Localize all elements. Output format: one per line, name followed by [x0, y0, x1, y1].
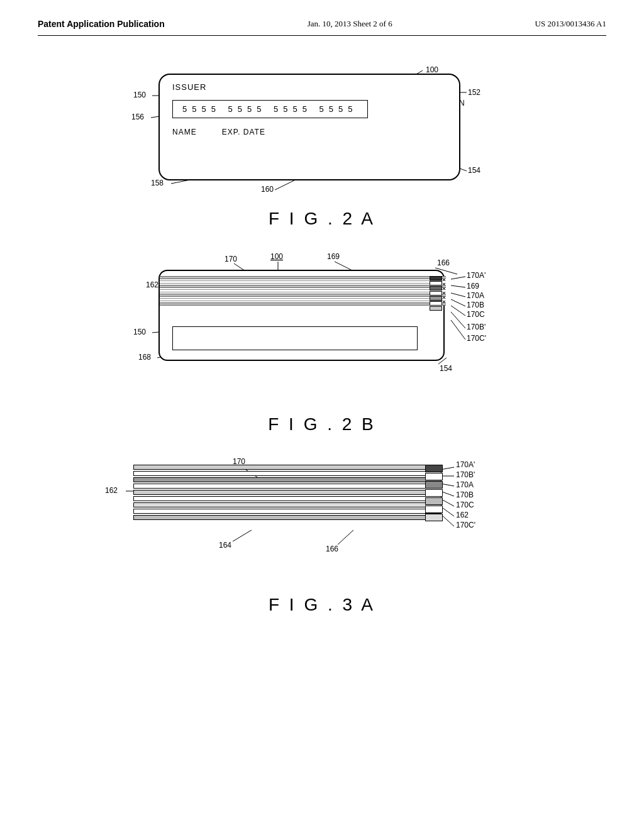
- layer-3a-2: [133, 471, 441, 476]
- fig3a-layers-right: [425, 465, 443, 521]
- svg-line-37: [451, 312, 465, 328]
- fig3a-container: 162 170 170A' 170B' 170A: [50, 453, 594, 592]
- svg-text:100: 100: [426, 65, 438, 74]
- svg-text:170B': 170B': [467, 323, 486, 331]
- fig2b-container: 162 170 100 169 166: [50, 248, 594, 411]
- svg-text:170A: 170A: [467, 291, 484, 300]
- figure-2a-section: 100 150 152 154 156: [50, 61, 594, 229]
- layer-3a-8: [133, 509, 441, 514]
- fig3a-lr-5: [425, 497, 443, 505]
- layer-seg-7: [430, 306, 442, 311]
- svg-text:170: 170: [225, 255, 237, 263]
- card-bottom-row: NAME EXP. DATE: [172, 128, 447, 136]
- svg-text:160: 160: [261, 185, 274, 194]
- svg-line-66: [338, 530, 353, 545]
- svg-text:168: 168: [138, 353, 151, 362]
- fig3a-lr-6: [425, 506, 443, 513]
- stripe-7: [160, 302, 446, 306]
- card-issuer-text: ISSUER: [172, 82, 447, 92]
- svg-text:154: 154: [468, 166, 480, 175]
- card-name-label: NAME: [172, 128, 197, 136]
- svg-text:156: 156: [131, 113, 144, 121]
- svg-text:150: 150: [133, 91, 146, 99]
- svg-text:162: 162: [105, 486, 118, 495]
- svg-line-27: [451, 277, 465, 279]
- fig2b-label: F I G . 2 B: [50, 414, 594, 434]
- page-header: Patent Application Publication Jan. 10, …: [0, 0, 644, 35]
- svg-line-64: [233, 530, 252, 541]
- header-center: Jan. 10, 2013 Sheet 2 of 6: [308, 19, 392, 29]
- svg-text:170C: 170C: [456, 501, 474, 509]
- card-2b-body: [158, 270, 445, 361]
- svg-text:154: 154: [440, 364, 452, 373]
- fig3a-lr-7: [425, 514, 443, 521]
- svg-text:152: 152: [468, 88, 480, 97]
- svg-line-33: [451, 299, 465, 306]
- svg-text:170B': 170B': [456, 470, 475, 479]
- svg-text:169: 169: [327, 252, 340, 261]
- layer-3a-9: [133, 515, 441, 520]
- card-white-box-2b: [172, 326, 418, 350]
- main-content: 100 150 152 154 156: [0, 36, 644, 646]
- layer-seg-5: [430, 296, 442, 301]
- svg-text:170A': 170A': [456, 460, 475, 469]
- svg-text:169: 169: [467, 282, 479, 290]
- svg-text:170A: 170A: [456, 480, 474, 489]
- svg-text:150: 150: [133, 328, 146, 336]
- header-right: US 2013/0013436 A1: [535, 19, 606, 29]
- fig3a-inner: 162 170 170A' 170B' 170A: [77, 453, 567, 592]
- fig2a-inner: 100 150 152 154 156: [108, 61, 536, 206]
- card-exp-date-label: EXP. DATE: [222, 128, 265, 136]
- figure-2b-section: 162 170 100 169 166: [50, 248, 594, 434]
- svg-text:170B: 170B: [456, 490, 474, 499]
- svg-line-35: [451, 306, 465, 316]
- stripe-4: [160, 289, 446, 292]
- stripe-3: [160, 285, 446, 288]
- svg-text:170B: 170B: [467, 301, 484, 309]
- fig2a-label: F I G . 2 A: [50, 209, 594, 229]
- svg-line-31: [451, 293, 465, 297]
- card-number-display: 5555 5555 5555 5555: [172, 97, 447, 124]
- fig2a-container: 100 150 152 154 156: [50, 61, 594, 206]
- svg-text:158: 158: [151, 179, 164, 187]
- svg-text:166: 166: [326, 545, 338, 553]
- svg-text:162: 162: [146, 280, 158, 289]
- layer-3a-3: [133, 477, 441, 482]
- layer-3a-7: [133, 502, 441, 507]
- fig2b-inner: 162 170 100 169 166: [96, 248, 548, 411]
- stripe-6: [160, 298, 446, 301]
- fig3a-lr-1: [425, 465, 443, 472]
- layer-3a-6: [133, 496, 441, 501]
- credit-card-front: ISSUER 5555 5555 5555 5555 NAME EXP. DAT…: [158, 74, 460, 180]
- fig3a-lr-3: [425, 481, 443, 489]
- svg-text:170C': 170C': [467, 334, 486, 343]
- svg-line-39: [451, 320, 465, 340]
- stripe-2: [160, 280, 446, 284]
- layer-seg-6: [430, 301, 442, 306]
- card-stripe-area: [160, 276, 446, 311]
- stripe-5: [160, 294, 446, 297]
- fig3a-label: F I G . 3 A: [50, 595, 594, 615]
- layer-seg-1: [430, 276, 442, 280]
- layer-seg-3: [430, 286, 442, 290]
- layer-3a-4: [133, 484, 441, 489]
- stripe-1: [160, 276, 446, 279]
- svg-line-29: [451, 285, 465, 287]
- layer-seg-2: [430, 281, 442, 285]
- svg-text:170C': 170C': [456, 521, 475, 529]
- fig3a-lr-4: [425, 489, 443, 497]
- figure-3a-section: 162 170 170A' 170B' 170A: [50, 453, 594, 615]
- svg-text:166: 166: [437, 258, 450, 267]
- card-number-row: 5555 5555 5555 5555: [172, 100, 368, 118]
- card-layers-right: [430, 276, 442, 311]
- svg-text:170A': 170A': [467, 271, 486, 280]
- fig3a-layers: [133, 465, 441, 521]
- layer-3a-5: [133, 490, 441, 495]
- svg-text:162: 162: [456, 511, 469, 519]
- fig3a-lr-2: [425, 473, 443, 480]
- svg-text:100: 100: [270, 252, 283, 261]
- layer-seg-4: [430, 291, 442, 296]
- header-left: Patent Application Publication: [38, 19, 165, 29]
- page: Patent Application Publication Jan. 10, …: [0, 0, 644, 830]
- svg-text:170C: 170C: [467, 310, 485, 319]
